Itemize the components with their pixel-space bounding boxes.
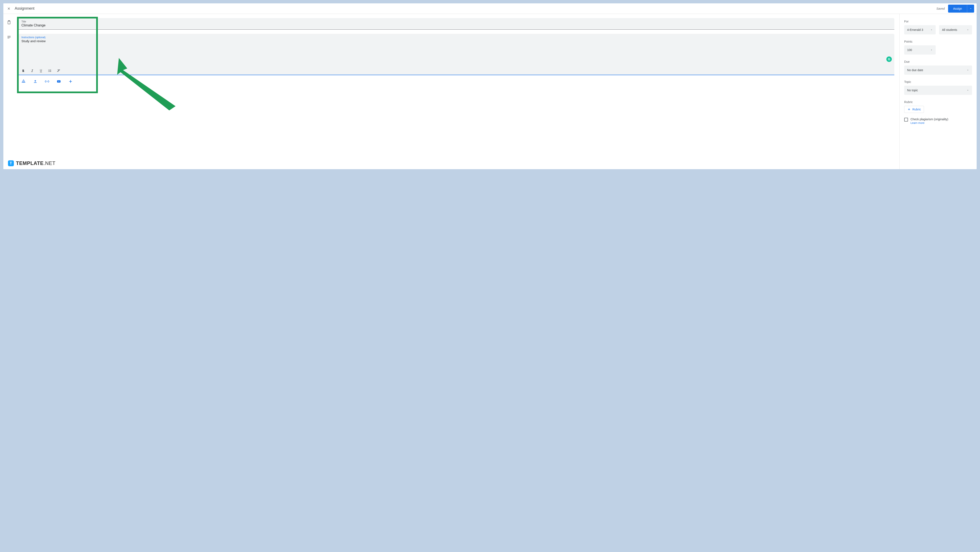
- topic-label: Topic: [904, 80, 972, 84]
- rubric-button-label: Rubric: [912, 108, 921, 111]
- svg-point-2: [48, 70, 49, 70]
- plagiarism-label: Check plagiarism (originality): [910, 117, 948, 121]
- sidebar: For 4-Emerald 3 All students Points 100 …: [899, 14, 977, 169]
- drive-icon: [21, 79, 26, 84]
- assignment-dialog: Assignment Saved Assign Title Inst: [3, 3, 977, 169]
- close-button[interactable]: [6, 6, 12, 11]
- watermark-suffix: .NET: [44, 160, 56, 166]
- class-dropdown[interactable]: 4-Emerald 3: [904, 25, 936, 35]
- italic-icon: [30, 69, 34, 73]
- format-toolbar: [18, 67, 894, 75]
- upload-icon: [33, 79, 38, 84]
- chevron-down-icon: [967, 29, 969, 31]
- assign-button[interactable]: Assign: [948, 5, 967, 13]
- assign-group: Assign: [948, 5, 974, 13]
- learn-more-link[interactable]: Learn more: [910, 121, 948, 124]
- left-rail: [3, 14, 15, 169]
- form-wrap: Title Instructions (optional) G: [18, 18, 894, 88]
- instructions-field[interactable]: Instructions (optional) G: [18, 34, 894, 75]
- bold-icon: [21, 69, 25, 73]
- bullet-list-button[interactable]: [48, 68, 52, 73]
- title-input[interactable]: [21, 24, 891, 27]
- title-label: Title: [21, 20, 891, 23]
- underline-button[interactable]: [39, 68, 43, 73]
- chevron-down-icon: [930, 49, 933, 51]
- rubric-label: Rubric: [904, 100, 972, 104]
- bold-button[interactable]: [21, 68, 25, 73]
- title-field[interactable]: Title: [18, 18, 894, 30]
- instructions-label: Instructions (optional): [21, 36, 891, 39]
- clear-format-button[interactable]: [56, 68, 61, 73]
- plagiarism-row: Check plagiarism (originality) Learn mor…: [904, 117, 972, 124]
- topic-value: No topic: [907, 89, 918, 92]
- svg-point-4: [48, 71, 49, 72]
- svg-point-3: [48, 71, 49, 71]
- watermark-brand: TEMPLATE: [16, 160, 44, 166]
- youtube-button[interactable]: [56, 79, 61, 84]
- link-icon: [45, 79, 49, 84]
- class-value: 4-Emerald 3: [907, 28, 923, 32]
- plus-icon: [68, 79, 73, 84]
- close-icon: [7, 7, 11, 11]
- points-dropdown[interactable]: 100: [904, 45, 936, 55]
- text-lines-icon: [7, 35, 11, 40]
- points-label: Points: [904, 40, 972, 43]
- topic-dropdown[interactable]: No topic: [904, 86, 972, 95]
- underline-icon: [39, 69, 43, 73]
- points-value: 100: [907, 48, 912, 52]
- top-bar: Assignment Saved Assign: [3, 3, 977, 14]
- main-column: Title Instructions (optional) G: [15, 14, 899, 169]
- link-button[interactable]: [45, 79, 49, 84]
- due-dropdown[interactable]: No due date: [904, 65, 972, 75]
- chevron-down-icon: [930, 29, 933, 31]
- body: Title Instructions (optional) G: [3, 14, 977, 169]
- bullet-list-icon: [48, 69, 52, 73]
- for-row: 4-Emerald 3 All students: [904, 25, 972, 35]
- saved-status: Saved: [936, 7, 945, 10]
- chevron-down-icon: [967, 69, 969, 71]
- plagiarism-checkbox[interactable]: [904, 118, 908, 122]
- due-value: No due date: [907, 68, 923, 72]
- drive-button[interactable]: [21, 79, 26, 84]
- plus-icon: [907, 108, 911, 111]
- youtube-icon: [56, 79, 61, 84]
- template-logo-icon: T: [8, 160, 14, 166]
- instructions-input[interactable]: [21, 39, 891, 64]
- students-dropdown[interactable]: All students: [939, 25, 972, 35]
- assign-dropdown-button[interactable]: [967, 5, 974, 13]
- upload-button[interactable]: [33, 79, 38, 84]
- students-value: All students: [942, 28, 957, 32]
- clear-format-icon: [56, 69, 61, 73]
- create-button[interactable]: [68, 79, 73, 84]
- attachment-toolbar: [18, 75, 894, 88]
- dialog-title: Assignment: [15, 6, 35, 11]
- rubric-button[interactable]: Rubric: [904, 106, 924, 113]
- due-label: Due: [904, 60, 972, 63]
- italic-button[interactable]: [30, 68, 35, 73]
- for-label: For: [904, 20, 972, 23]
- chevron-down-icon: [967, 89, 969, 92]
- watermark: T TEMPLATE.NET: [8, 160, 56, 166]
- clipboard-icon: [7, 20, 11, 25]
- chevron-down-icon: [969, 7, 972, 10]
- grammarly-icon[interactable]: G: [886, 57, 892, 62]
